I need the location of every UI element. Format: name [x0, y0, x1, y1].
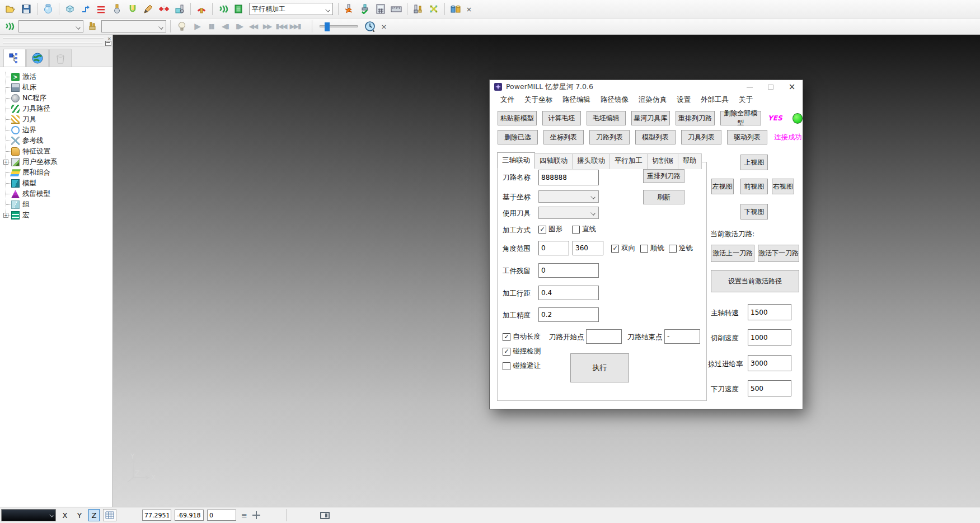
transform-arrows-icon[interactable] [426, 2, 441, 16]
tree-item-models[interactable]: 模型 [3, 178, 112, 189]
tree-item-feature-sets[interactable]: 特征设置 [3, 146, 112, 157]
plunge-feed-input[interactable] [748, 380, 791, 396]
toolpath-list-icon[interactable] [232, 2, 246, 16]
tree-item-machine[interactable]: 机床 [3, 82, 112, 93]
globe-tab[interactable] [26, 49, 49, 67]
toolbar-close-icon[interactable]: × [464, 5, 474, 13]
execute-button[interactable]: 执行 [570, 353, 629, 382]
maximize-button[interactable] [760, 80, 781, 94]
boundary-icon[interactable] [125, 2, 140, 16]
stock-remain-input[interactable] [538, 263, 599, 278]
display-mode-icon[interactable] [320, 512, 330, 519]
toolbox-icon[interactable] [172, 2, 187, 16]
angle-from-input[interactable] [538, 241, 569, 255]
tab-4axis[interactable]: 四轴联动 [534, 153, 573, 169]
tab-3axis[interactable]: 三轴联动 [497, 152, 535, 168]
tab-help[interactable]: 帮助 [678, 153, 702, 169]
tree-item-groups[interactable]: 组 [3, 199, 112, 210]
coord-list-button[interactable]: 坐标列表 [543, 130, 584, 144]
cursor-y-input[interactable] [175, 510, 204, 521]
clock-icon[interactable] [363, 19, 377, 34]
menu-about-coords[interactable]: 关于坐标 [519, 94, 557, 106]
open-project-icon[interactable] [3, 2, 18, 16]
right-view-button[interactable]: 右视图 [772, 179, 794, 194]
list-options-icon[interactable]: ≡ [240, 511, 249, 520]
go-to-end-button[interactable]: ▶▶▮ [289, 20, 301, 32]
tree-item-stock-models[interactable]: 残留模型 [3, 189, 112, 199]
tool-library-button[interactable]: 星河刀具库 [631, 111, 670, 125]
tolerance-input[interactable] [538, 307, 599, 322]
step-back-button[interactable]: ◀▮ [219, 20, 231, 32]
toolbar-grip[interactable] [3, 43, 102, 44]
step-forward-button[interactable]: ▮▶ [233, 20, 245, 32]
tree-item-nc-program[interactable]: NC程序 [3, 93, 112, 104]
spindle-speed-input[interactable] [748, 304, 791, 320]
tree-item-boundaries[interactable]: 边界 [3, 125, 112, 136]
tool-list-button[interactable]: 刀具列表 [681, 130, 721, 144]
calc-stock-button[interactable]: 计算毛坯 [542, 111, 582, 125]
tab-saw[interactable]: 切割锯 [647, 153, 678, 169]
cutting-feed-input[interactable] [748, 329, 791, 345]
use-tool-select[interactable] [538, 207, 599, 219]
go-to-start-button[interactable]: ▮◀◀ [275, 20, 287, 32]
tree-item-workplanes[interactable]: + 用户坐标系 [3, 157, 112, 167]
block-icon[interactable] [63, 2, 77, 16]
cursor-z-input[interactable] [207, 510, 236, 521]
activate-prev-toolpath-button[interactable]: 激活上一刀路 [711, 245, 754, 262]
view-preset-select[interactable] [1, 509, 56, 521]
collision-avoid-checkbox[interactable]: 碰撞避让 [503, 361, 541, 371]
toolpath-select[interactable]: 平行精加工 [249, 3, 333, 15]
panel-close-icon[interactable]: × [107, 36, 111, 41]
menu-about[interactable]: 关于 [734, 94, 758, 106]
feature-set-icon[interactable] [157, 2, 171, 16]
calc-pad-icon[interactable] [373, 2, 388, 16]
feeds-speeds-icon[interactable] [194, 2, 209, 16]
toolpath-name-input[interactable] [538, 170, 599, 185]
sim-tool-select[interactable] [101, 20, 166, 32]
climb-mill-checkbox[interactable]: 顺铣 [640, 244, 664, 253]
tab-tilt-head[interactable]: 摆头联动 [572, 153, 610, 169]
activate-next-toolpath-button[interactable]: 激活下一刀路 [758, 245, 799, 262]
menu-external-tools[interactable]: 外部工具 [696, 94, 734, 106]
stock-edit-button[interactable]: 毛坯编辑 [587, 111, 626, 125]
tree-item-patterns[interactable]: 参考线 [3, 136, 112, 146]
calculator-icon[interactable] [41, 2, 55, 16]
refresh-button[interactable]: 刷新 [643, 190, 684, 204]
rewind-button[interactable]: ◀◀ [247, 20, 259, 32]
auto-length-checkbox[interactable]: ✓ 自动长度 [503, 332, 541, 342]
menu-settings[interactable]: 设置 [672, 94, 696, 106]
tree-item-activate[interactable]: > 激活 [3, 72, 112, 82]
axis-x-button[interactable]: X [59, 509, 71, 521]
angle-to-input[interactable] [573, 241, 603, 255]
rapid-moves-icon[interactable] [78, 2, 93, 16]
expand-icon[interactable]: + [3, 213, 8, 218]
float-panel-icon[interactable] [105, 41, 111, 46]
skim-feed-input[interactable] [748, 355, 791, 371]
expand-icon[interactable]: + [3, 160, 8, 165]
drive-list-button[interactable]: 驱动列表 [727, 130, 767, 144]
model-list-button[interactable]: 模型列表 [635, 130, 676, 144]
front-view-button[interactable]: 前视图 [740, 179, 768, 194]
ruler-icon[interactable] [389, 2, 404, 16]
cursor-x-input[interactable] [142, 510, 171, 521]
conventional-mill-checkbox[interactable]: 逆铣 [669, 244, 693, 253]
axis-z-button[interactable]: Z [88, 509, 100, 521]
delete-selected-button[interactable]: 删除已选 [498, 130, 538, 144]
light-bulb-icon[interactable] [175, 19, 189, 34]
toolpath-icon[interactable] [216, 2, 231, 16]
method-line-checkbox[interactable]: 直线 [572, 225, 596, 234]
tool-pair-icon[interactable] [411, 2, 425, 16]
menu-file[interactable]: 文件 [495, 94, 519, 106]
tree-item-tools[interactable]: 刀具 [3, 114, 112, 125]
sim-toolpath-select[interactable] [18, 20, 83, 32]
tool-icon[interactable] [110, 2, 124, 16]
dialog-titlebar[interactable]: PowerMILL 忆梦星河 7.0.6 × [490, 80, 803, 94]
set-active-path-button[interactable]: 设置当前激活路径 [711, 270, 799, 292]
pause-button[interactable]: ▮▮ [205, 20, 217, 32]
base-coord-select[interactable] [538, 190, 599, 203]
tree-item-toolpaths[interactable]: 刀具路径 [3, 104, 112, 114]
explorer-tree-tab[interactable] [3, 49, 26, 67]
minimize-button[interactable] [739, 80, 760, 94]
start-point-input[interactable] [586, 329, 622, 344]
bottom-view-button[interactable]: 下视图 [740, 204, 768, 220]
